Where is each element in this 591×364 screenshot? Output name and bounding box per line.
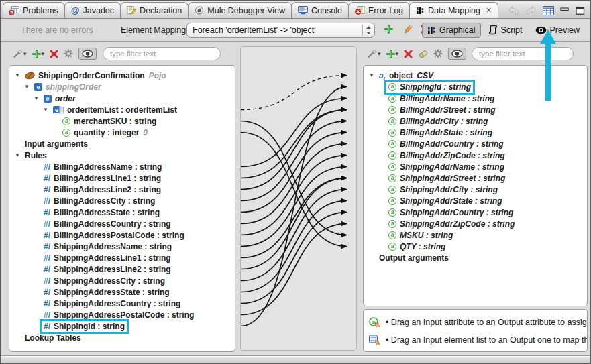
expand-arrow-icon[interactable]: ▼: [24, 84, 32, 90]
edit-mapping-button[interactable]: [402, 25, 413, 35]
tab-declaration[interactable]: Declaration: [120, 2, 189, 18]
attribute-icon: a: [62, 117, 70, 125]
add-mapping-button[interactable]: [384, 25, 393, 34]
node-label: #/BillingAddressName : string: [42, 162, 164, 172]
expand-arrow-icon[interactable]: ▼: [43, 107, 51, 113]
mode-graphical-button[interactable]: Graphical: [422, 23, 481, 38]
clear-button[interactable]: [418, 49, 428, 58]
tree-row-shippingaddrcity[interactable]: aShippingAddrCity : string: [369, 184, 587, 195]
tree-row-shippingaddrcountry[interactable]: aShippingAddrCountry : string: [369, 206, 587, 218]
delete-field-button[interactable]: [50, 50, 58, 58]
tree-row-msku[interactable]: aMSKU : string: [369, 229, 587, 241]
element-mapping-select[interactable]: Foreach 'orderItemList' -> 'object': [186, 23, 375, 38]
tree-row-shippingorder[interactable]: ▼eshippingOrder: [15, 81, 235, 93]
mode-script-button[interactable]: Script: [483, 22, 528, 38]
rule-icon: #/: [44, 231, 50, 240]
node-text: ShippingAddrStreet : string: [400, 174, 505, 183]
window-controls: [508, 5, 590, 18]
rule-icon: #/: [44, 174, 50, 183]
forward-icon[interactable]: [525, 5, 537, 15]
tree-row-shippingaddrzipcode[interactable]: aShippingAddrZipCode : string: [369, 218, 587, 229]
delete-field-button[interactable]: [404, 50, 413, 58]
section-input[interactable]: Input arguments: [15, 138, 235, 149]
attribute-icon: a: [388, 186, 396, 194]
tree-row-billingaddressline2[interactable]: #/BillingAddressLine2 : string: [15, 184, 235, 195]
eraser-icon: [418, 49, 428, 58]
tree-row-qty[interactable]: aQTY : string: [369, 241, 587, 252]
tree-row-shippingorderconfirmation[interactable]: ▼ShippingOrderConfirmationPojo: [15, 70, 235, 81]
add-field-button[interactable]: ▾: [32, 50, 45, 58]
tree-row-shippingaddressstate[interactable]: #/ShippingAddressState : string: [15, 286, 235, 298]
tree-row-shippingaddressline1[interactable]: #/ShippingAddressLine1 : string: [15, 252, 235, 263]
tab-javadoc[interactable]: @Javadoc: [64, 2, 121, 18]
tree-row-shippingaddressname[interactable]: #/ShippingAddressName : string: [15, 241, 235, 252]
tree-row-billingaddrzipcode[interactable]: aBillingAddrZipCode : string: [369, 149, 587, 161]
mapping-canvas[interactable]: [240, 46, 357, 351]
tree-row-quantity[interactable]: aquantity : integer0: [15, 127, 235, 138]
filter-input[interactable]: [103, 47, 221, 60]
toggle-visibility-button[interactable]: [78, 48, 97, 60]
tree-row-orderitemlist[interactable]: ▼eorderItemList : orderItemList: [15, 104, 235, 115]
tree-row-billingaddrcity[interactable]: aBillingAddrCity : string: [369, 115, 587, 127]
tree-row-billingaddressname[interactable]: #/BillingAddressName : string: [15, 161, 235, 172]
view-tab-bar: Problems@JavadocDeclarationMule Debugger…: [1, 1, 590, 19]
tree-row-billingaddrstate[interactable]: aBillingAddrState : string: [369, 127, 587, 138]
section-output[interactable]: Output arguments: [369, 252, 587, 263]
node-text: Input arguments: [25, 139, 88, 149]
tree-row-shippingaddrstate[interactable]: aShippingAddrState : string: [369, 195, 587, 206]
add-icon: [386, 50, 395, 58]
tab-mule-debugger-view[interactable]: Mule Debugger View: [188, 2, 292, 18]
expand-arrow-icon[interactable]: ▼: [369, 72, 377, 78]
tab-problems[interactable]: Problems: [3, 2, 65, 18]
attribute-mapping-curve[interactable]: [241, 99, 347, 167]
minimize-icon[interactable]: [560, 7, 570, 15]
tree-row-shippingaddrname[interactable]: aShippingAddrName : string: [369, 161, 587, 172]
tree-row-merchantsku[interactable]: amerchantSKU : string: [15, 115, 235, 127]
toggle-visibility-button[interactable]: [448, 48, 466, 60]
tree-row-billingaddresscity[interactable]: #/BillingAddressCity : string: [15, 195, 235, 206]
tab-close-icon[interactable]: ✕: [486, 6, 492, 15]
attribute-icon: a: [388, 220, 396, 228]
properties-button[interactable]: [64, 49, 73, 58]
attribute-mapping-curve[interactable]: [241, 87, 347, 326]
maximize-icon[interactable]: [576, 7, 585, 15]
tab-error-log[interactable]: Error Log: [348, 2, 410, 18]
view-menu-icon[interactable]: [543, 6, 554, 15]
tree-row-billingaddrcountry[interactable]: aBillingAddrCountry : string: [369, 138, 587, 149]
node-suffix: CSV: [417, 71, 433, 80]
attribute-mapping-curve[interactable]: [241, 144, 347, 224]
expand-arrow-icon[interactable]: ▼: [15, 72, 23, 78]
attribute-icon: a: [388, 106, 396, 114]
tree-row-billingaddresscountry[interactable]: #/BillingAddressCountry : string: [15, 218, 235, 229]
tree-row-billingaddressline1[interactable]: #/BillingAddressLine1 : string: [15, 172, 235, 184]
tab-console[interactable]: Console: [291, 2, 349, 18]
tree-row-shippingaddresscity[interactable]: #/ShippingAddressCity : string: [15, 275, 235, 286]
expand-arrow-icon[interactable]: ▼: [34, 95, 42, 101]
attribute-mapping-curve[interactable]: [241, 110, 347, 178]
tree-row-shippingaddresscountry[interactable]: #/ShippingAddressCountry : string: [15, 298, 235, 309]
expand-arrow-icon[interactable]: ▼: [15, 152, 23, 158]
tree-row-shippingid[interactable]: #/ShippingId : string: [15, 320, 235, 332]
properties-button[interactable]: [433, 49, 443, 58]
node-label: #/ShippingAddressCountry : string: [42, 298, 182, 309]
mapping-wizard-button[interactable]: ▾: [13, 49, 27, 58]
tree-row-billingaddresspostalcode[interactable]: #/BillingAddressPostalCode : string: [15, 229, 235, 241]
tree-row-shippingaddressline2[interactable]: #/ShippingAddressLine2 : string: [15, 263, 235, 275]
tree-row-shippingaddresspostalcode[interactable]: #/ShippingAddressPostalCode : string: [15, 309, 235, 320]
hint-text: • Drag an Input element list to an Outpu…: [386, 335, 588, 345]
back-icon[interactable]: [508, 5, 519, 15]
section-lookup[interactable]: Lookup Tables: [15, 332, 235, 343]
element-mapping-curve[interactable]: [241, 76, 347, 110]
node-text: ShippingOrderConfirmation: [38, 71, 145, 80]
tree-row-order[interactable]: ▼eorder: [15, 93, 235, 104]
add-field-button[interactable]: ▾: [386, 50, 399, 58]
mapping-wizard-button[interactable]: ▾: [367, 49, 381, 58]
attribute-icon: a: [388, 95, 396, 103]
tab-data-mapping[interactable]: Data Mapping✕: [409, 2, 498, 18]
declaration-icon: [127, 6, 136, 15]
section-rules[interactable]: ▼Rules: [15, 149, 235, 161]
tree-row-billingaddrstreet[interactable]: aBillingAddrStreet : string: [369, 104, 587, 115]
element-mapping-label: Element Mapping: [121, 25, 186, 35]
tree-row-shippingaddrstreet[interactable]: aShippingAddrStreet : string: [369, 172, 587, 184]
tree-row-billingaddressstate[interactable]: #/BillingAddressState : string: [15, 206, 235, 218]
